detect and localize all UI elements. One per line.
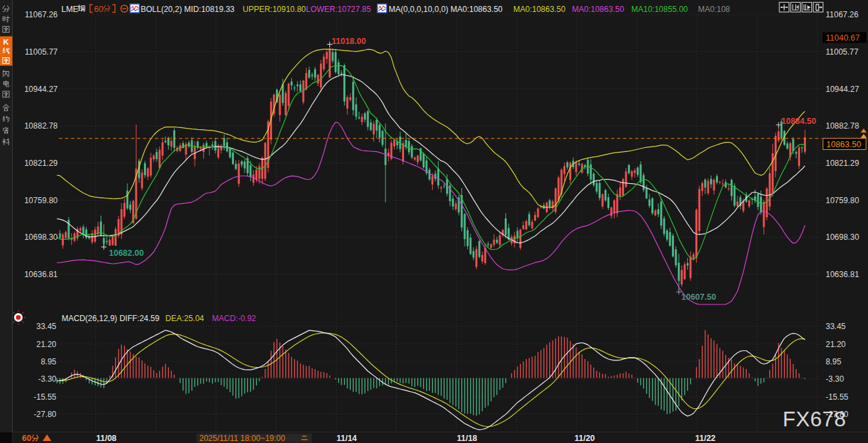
svg-text:10882.78: 10882.78 [24, 121, 57, 131]
svg-text:-3.30: -3.30 [826, 374, 845, 384]
svg-text:MA0:108: MA0:108 [698, 5, 730, 14]
svg-text:-15.55: -15.55 [33, 392, 56, 402]
svg-text:K: K [3, 38, 9, 46]
svg-text:21.20: 21.20 [36, 340, 56, 349]
svg-text:10698.30: 10698.30 [826, 232, 859, 242]
svg-text:MA0:10863.50: MA0:10863.50 [572, 5, 624, 14]
svg-text:11018.00: 11018.00 [332, 37, 366, 46]
svg-text:MA10:10855.00: MA10:10855.00 [631, 5, 688, 14]
svg-text:-3.30: -3.30 [38, 374, 57, 384]
svg-text:60: 60 [94, 5, 103, 14]
svg-text:LOWER:10727.85: LOWER:10727.85 [306, 5, 371, 14]
svg-text:UPPER:10910.80: UPPER:10910.80 [243, 5, 306, 14]
svg-text:10607.50: 10607.50 [681, 292, 716, 302]
svg-text:11/22: 11/22 [695, 434, 716, 443]
svg-text:MA0:10863.50: MA0:10863.50 [513, 5, 565, 14]
svg-text:-15.55: -15.55 [826, 392, 849, 402]
svg-text:11005.77: 11005.77 [25, 47, 57, 57]
svg-text:10944.27: 10944.27 [826, 85, 859, 94]
svg-text:MA(0,0,0,10,0,0) MA0:10863.50: MA(0,0,0,10,0,0) MA0:10863.50 [389, 5, 503, 14]
svg-text:60: 60 [22, 434, 31, 443]
svg-text:FX678: FX678 [783, 407, 846, 431]
svg-text:MACD(26,12,9) DIFF:24.59: MACD(26,12,9) DIFF:24.59 [62, 314, 160, 323]
svg-text:11/18: 11/18 [457, 434, 477, 443]
svg-text:10698.30: 10698.30 [24, 232, 57, 242]
svg-text:11005.77: 11005.77 [826, 47, 859, 57]
svg-text:2025/11/11 18:00~19:00: 2025/11/11 18:00~19:00 [199, 434, 285, 443]
svg-text:10759.80: 10759.80 [826, 196, 859, 205]
svg-text:10636.81: 10636.81 [24, 270, 57, 279]
svg-text:21.20: 21.20 [826, 340, 846, 349]
svg-text:10882.78: 10882.78 [826, 121, 859, 131]
svg-text:MACD:-0.92: MACD:-0.92 [212, 314, 256, 323]
svg-text:10821.29: 10821.29 [826, 159, 859, 168]
svg-text:33.45: 33.45 [36, 322, 56, 331]
svg-text:10884.50: 10884.50 [781, 117, 816, 126]
svg-text:-27.80: -27.80 [33, 410, 56, 419]
svg-text:10682.00: 10682.00 [109, 248, 144, 258]
svg-text:11/20: 11/20 [575, 434, 595, 443]
svg-text:BOLL(20,2) MID:10819.33: BOLL(20,2) MID:10819.33 [141, 5, 235, 14]
svg-text:10759.80: 10759.80 [24, 196, 57, 205]
svg-text:8.95: 8.95 [41, 357, 57, 366]
svg-text:11040.67: 11040.67 [826, 33, 860, 43]
svg-text:LME: LME [61, 5, 79, 14]
svg-text:11067.26: 11067.26 [826, 10, 859, 19]
svg-text:11067.26: 11067.26 [25, 10, 57, 19]
svg-text:DEA:25.04: DEA:25.04 [165, 314, 204, 323]
svg-text:10821.29: 10821.29 [24, 159, 57, 168]
svg-text:11/08: 11/08 [96, 434, 117, 443]
svg-text:33.45: 33.45 [826, 322, 846, 331]
svg-text:10636.81: 10636.81 [826, 270, 859, 279]
svg-text:10863.50: 10863.50 [827, 140, 861, 149]
svg-text:10944.27: 10944.27 [24, 85, 57, 94]
svg-text:11/14: 11/14 [337, 434, 357, 443]
svg-text:8.95: 8.95 [826, 357, 842, 366]
